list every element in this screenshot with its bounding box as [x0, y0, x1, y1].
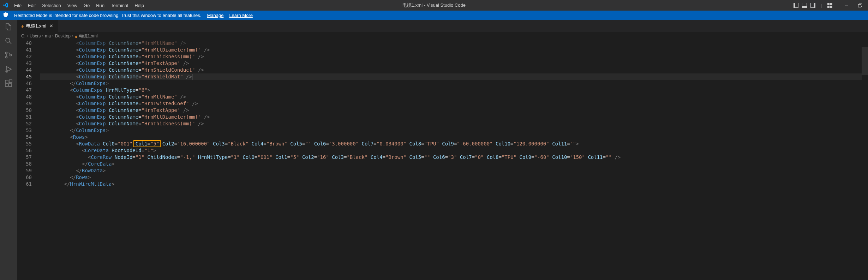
svg-rect-17 [5, 80, 8, 83]
code-line[interactable]: </HrnWireMtlData> [40, 181, 862, 187]
code-line[interactable]: <ColumnExp ColumnName="HrnTextAppe" /> [40, 107, 862, 114]
code-line[interactable]: <CoreRow NodeId="1" ChildNodes="-1," Hrn… [40, 154, 862, 161]
vscode-icon [3, 2, 8, 8]
menu-terminal[interactable]: Terminal [108, 1, 131, 10]
main-content: ๑ 电缆1.xml ✕ C: › Users › ma › Desktop › … [0, 20, 868, 280]
chevron-right-icon: › [42, 34, 43, 38]
extensions-icon[interactable] [4, 79, 13, 88]
menu-view[interactable]: View [65, 1, 80, 10]
toggle-secondary-sidebar-icon[interactable] [810, 2, 816, 8]
svg-rect-20 [9, 80, 12, 83]
customize-layout-icon[interactable] [827, 2, 833, 8]
code-editor[interactable]: 4041424344454647484950515253545556575859… [17, 40, 868, 280]
source-control-icon[interactable] [4, 51, 13, 59]
search-icon[interactable] [4, 37, 13, 45]
breadcrumb-item[interactable]: ma [45, 34, 51, 38]
code-line[interactable]: <ColumnExp ColumnName="HrnMtlDiameter(mm… [40, 114, 862, 120]
window-title: 电缆1.xml - Visual Studio Code [402, 2, 466, 8]
xml-file-icon: ๑ [75, 33, 78, 40]
xml-file-icon: ๑ [21, 23, 24, 29]
title-bar: File Edit Selection View Go Run Terminal… [0, 0, 868, 11]
svg-rect-5 [814, 3, 815, 8]
svg-point-15 [10, 54, 12, 56]
breadcrumb-item[interactable]: Desktop [55, 34, 71, 38]
code-line[interactable]: <ColumnExp ColumnName="HrnShieldConduct"… [40, 67, 862, 73]
code-line[interactable]: <CoreData RootNodeId="1"> [40, 147, 862, 154]
line-numbers: 4041424344454647484950515253545556575859… [17, 40, 39, 280]
menu-file[interactable]: File [11, 1, 24, 10]
svg-point-13 [6, 52, 7, 54]
code-line[interactable]: <ColumnExp ColumnName="HrnMtlDiameter(mm… [40, 47, 862, 53]
svg-rect-7 [830, 3, 832, 5]
restricted-mode-banner: Restricted Mode is intended for safe cod… [0, 11, 868, 20]
explorer-icon[interactable] [4, 23, 13, 31]
breadcrumb[interactable]: C: › Users › ma › Desktop › ๑ 电缆1.xml [17, 32, 868, 40]
menu-edit[interactable]: Edit [25, 1, 38, 10]
tab-bar: ๑ 电缆1.xml ✕ [17, 20, 868, 32]
editor-area: ๑ 电缆1.xml ✕ C: › Users › ma › Desktop › … [17, 20, 868, 280]
minimap[interactable] [862, 40, 868, 280]
svg-point-11 [6, 38, 10, 42]
minimap-slider[interactable] [862, 47, 868, 75]
separator: | [819, 2, 824, 8]
breadcrumb-item[interactable]: Users [30, 34, 41, 38]
svg-rect-18 [5, 84, 8, 87]
breadcrumb-item[interactable]: C: [21, 34, 25, 38]
menu-bar: File Edit Selection View Go Run Terminal… [11, 1, 147, 10]
menu-help[interactable]: Help [132, 1, 147, 10]
breadcrumb-item[interactable]: 电缆1.xml [79, 33, 98, 39]
svg-rect-10 [858, 4, 861, 7]
svg-rect-1 [794, 3, 795, 8]
shield-icon [3, 12, 8, 19]
svg-point-14 [6, 56, 7, 58]
code-line[interactable]: </ColumnExps> [40, 80, 862, 87]
svg-rect-8 [827, 6, 830, 8]
code-line[interactable]: <ColumnExp ColumnName="HrnTextAppe" /> [40, 60, 862, 67]
manage-link[interactable]: Manage [207, 13, 223, 18]
code-line[interactable]: <ColumnExp ColumnName="HrnThickness(mm)"… [40, 120, 862, 127]
minimize-icon[interactable]: ─ [841, 2, 852, 8]
code-line[interactable]: <ColumnExp ColumnName="HrnThickness(mm)"… [40, 53, 862, 60]
menu-selection[interactable]: Selection [39, 1, 64, 10]
banner-text: Restricted Mode is intended for safe cod… [14, 13, 201, 18]
code-line[interactable]: </Rows> [40, 174, 862, 181]
learn-more-link[interactable]: Learn More [229, 13, 252, 18]
code-line[interactable]: <ColumnExp ColumnName="HrnMtlName" /> [40, 40, 862, 47]
svg-rect-3 [802, 6, 807, 8]
run-debug-icon[interactable] [4, 65, 13, 73]
code-line[interactable]: <RowData Col0="001" Col1="5" Col2="16.00… [40, 141, 862, 147]
chevron-right-icon: › [27, 34, 28, 38]
code-line[interactable]: <ColumnExps HrnMtlType="6"> [40, 87, 862, 94]
svg-rect-6 [827, 3, 830, 5]
svg-rect-19 [9, 84, 12, 87]
menu-run[interactable]: Run [93, 1, 107, 10]
code-line[interactable]: <ColumnExp ColumnName="HrnMtlName" /> [40, 94, 862, 100]
close-icon[interactable]: ✕ [48, 23, 54, 29]
svg-line-12 [10, 42, 11, 44]
code-line[interactable]: </ColumnExps> [40, 127, 862, 134]
code-content[interactable]: <ColumnExp ColumnName="HrnMtlName" /> <C… [39, 40, 862, 280]
menu-go[interactable]: Go [81, 1, 92, 10]
maximize-icon[interactable] [855, 2, 865, 8]
svg-rect-9 [830, 6, 832, 8]
code-line[interactable]: <ColumnExp ColumnName="HrnShieldMat" /> [40, 73, 862, 80]
code-line[interactable]: <ColumnExp ColumnName="HrnTwistedCoef" /… [40, 100, 862, 107]
toggle-primary-sidebar-icon[interactable] [793, 2, 799, 8]
code-line[interactable]: <Rows> [40, 134, 862, 141]
title-controls: | ─ [793, 2, 865, 8]
chevron-right-icon: › [72, 34, 73, 38]
code-line[interactable]: </RowData> [40, 167, 862, 174]
chevron-right-icon: › [52, 34, 54, 38]
tab-file[interactable]: ๑ 电缆1.xml ✕ [17, 20, 59, 32]
tab-label: 电缆1.xml [26, 23, 46, 29]
toggle-panel-icon[interactable] [802, 2, 807, 8]
activity-bar [0, 20, 17, 280]
code-line[interactable]: </CoreData> [40, 161, 862, 167]
